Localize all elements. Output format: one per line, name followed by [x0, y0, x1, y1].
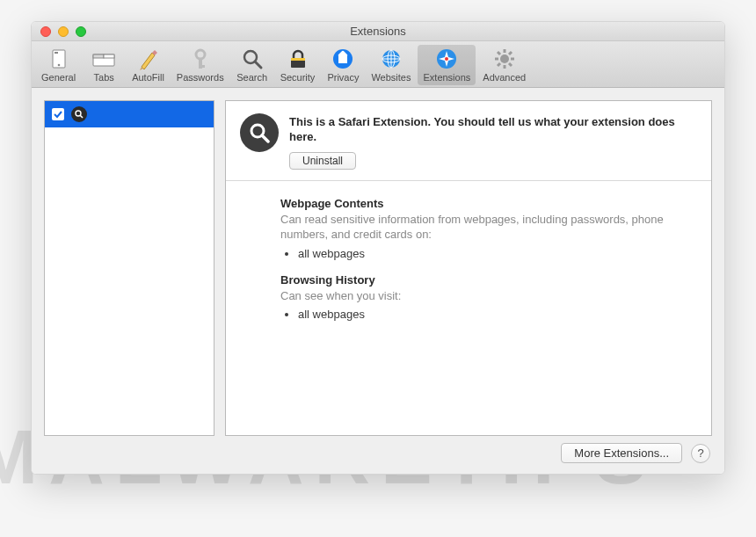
autofill-icon [132, 47, 164, 71]
tab-autofill[interactable]: AutoFill [127, 45, 170, 85]
tab-label: Privacy [327, 72, 359, 83]
svg-rect-5 [104, 54, 114, 58]
zoom-button[interactable] [76, 26, 86, 37]
tab-label: Advanced [483, 72, 526, 83]
svg-point-2 [57, 64, 60, 67]
minimize-button[interactable] [58, 26, 69, 37]
svg-line-31 [509, 52, 512, 54]
permission-item: all webpages [298, 307, 694, 322]
passwords-icon [177, 47, 224, 71]
general-icon [41, 47, 76, 71]
websites-icon [371, 47, 411, 71]
search-icon [236, 47, 268, 71]
window-controls [32, 26, 86, 37]
tabs-icon [88, 47, 120, 71]
tab-label: Search [236, 72, 268, 83]
footer: More Extensions... ? [44, 436, 712, 465]
tab-label: AutoFill [132, 72, 164, 83]
svg-rect-8 [199, 65, 205, 68]
svg-line-35 [262, 135, 268, 142]
tab-label: Tabs [88, 72, 120, 83]
tab-privacy[interactable]: Privacy [322, 45, 364, 85]
tab-tabs[interactable]: Tabs [83, 45, 125, 85]
uninstall-button[interactable]: Uninstall [289, 152, 356, 170]
security-icon [280, 47, 316, 71]
preferences-toolbar: General Tabs AutoFill Passwords [32, 41, 724, 88]
tab-passwords[interactable]: Passwords [171, 45, 229, 85]
svg-line-30 [498, 63, 500, 66]
extension-checkbox[interactable] [52, 108, 64, 120]
preferences-window: Extensions General Tabs AutoFill [31, 21, 725, 475]
extension-detail: This is a Safari Extension. You should t… [225, 100, 712, 436]
detail-header: This is a Safari Extension. You should t… [226, 101, 711, 181]
extensions-icon [423, 47, 470, 71]
extension-description: This is a Safari Extension. You should t… [289, 113, 697, 145]
permission-item: all webpages [298, 246, 694, 261]
sidebar-item[interactable] [45, 101, 214, 127]
tab-search[interactable]: Search [231, 45, 273, 85]
titlebar: Extensions [32, 22, 724, 41]
svg-point-32 [76, 111, 81, 116]
permission-list: all webpages [280, 307, 694, 322]
tab-general[interactable]: General [36, 45, 81, 85]
tab-label: General [41, 72, 76, 83]
svg-point-22 [445, 57, 448, 61]
permissions-section: Webpage Contents Can read sensitive info… [226, 181, 711, 344]
tab-extensions[interactable]: Extensions [418, 45, 476, 85]
extensions-sidebar [44, 100, 214, 436]
window-title: Extensions [32, 25, 724, 38]
svg-rect-1 [55, 52, 58, 54]
more-extensions-button[interactable]: More Extensions... [561, 443, 682, 463]
advanced-icon [483, 47, 526, 71]
svg-line-33 [80, 115, 83, 118]
help-button[interactable]: ? [691, 444, 710, 463]
magnifier-icon [71, 106, 87, 122]
permission-title: Browsing History [280, 273, 694, 287]
magnifier-icon [240, 113, 279, 152]
permission-title: Webpage Contents [280, 197, 694, 210]
tab-security[interactable]: Security [275, 45, 321, 85]
privacy-icon [327, 47, 359, 71]
close-button[interactable] [40, 26, 51, 37]
svg-point-23 [500, 54, 509, 63]
svg-line-28 [498, 52, 500, 54]
content-area: This is a Safari Extension. You should t… [32, 88, 724, 474]
tab-label: Passwords [177, 72, 224, 83]
tab-websites[interactable]: Websites [366, 45, 416, 85]
svg-rect-12 [291, 58, 305, 61]
tab-label: Extensions [423, 72, 470, 83]
svg-point-6 [196, 50, 205, 59]
permission-subtitle: Can see when you visit: [280, 288, 694, 304]
svg-rect-4 [93, 54, 104, 58]
permission-subtitle: Can read sensitive information from webp… [280, 212, 694, 243]
svg-line-29 [509, 63, 512, 66]
permission-list: all webpages [280, 246, 694, 261]
tab-label: Websites [371, 72, 411, 83]
tab-label: Security [280, 72, 316, 83]
tab-advanced[interactable]: Advanced [477, 45, 531, 85]
svg-line-10 [255, 62, 261, 68]
